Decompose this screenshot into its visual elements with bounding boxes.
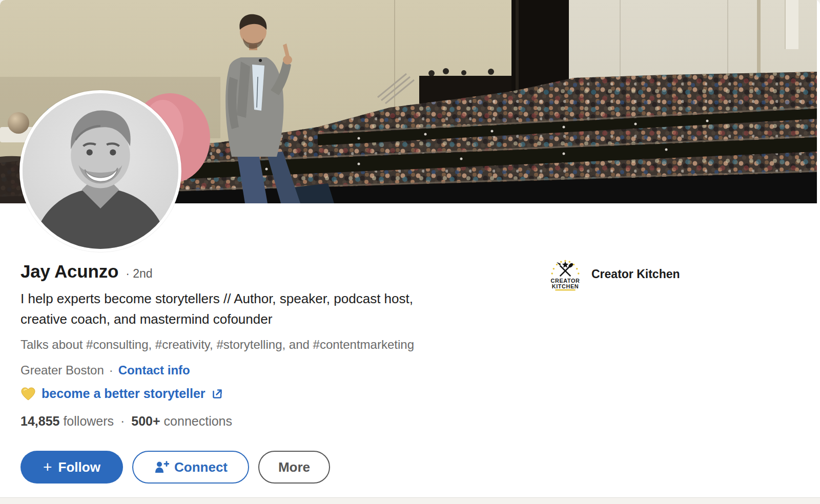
connect-button[interactable]: Connect	[132, 451, 249, 484]
more-button[interactable]: More	[258, 451, 330, 484]
separator-dot: ·	[109, 363, 113, 377]
followers-count: 14,855	[20, 414, 59, 428]
connections-link[interactable]: 500+ connections	[131, 414, 232, 428]
avatar-portrait	[23, 93, 178, 249]
external-link-icon	[211, 388, 223, 400]
plus-icon: +	[43, 459, 52, 475]
logo-text-line2: KITCHEN	[552, 283, 579, 289]
website-link-row[interactable]: become a better storyteller	[20, 386, 223, 401]
contact-info-link[interactable]: Contact info	[118, 363, 190, 377]
location-row: Greater Boston · Contact info	[20, 363, 190, 377]
follow-button-label: Follow	[58, 459, 100, 475]
connections-label: connections	[164, 414, 232, 428]
company-name: Creator Kitchen	[591, 267, 680, 281]
creator-kitchen-logo-icon: CREATOR KITCHEN	[548, 257, 582, 291]
logo-text-line1: CREATOR	[551, 278, 580, 284]
profile-name: Jay Acunzo	[20, 261, 118, 282]
more-button-label: More	[278, 459, 310, 475]
connect-button-label: Connect	[174, 459, 228, 475]
connection-degree-badge: · 2nd	[126, 267, 152, 281]
name-row: Jay Acunzo · 2nd	[20, 261, 153, 282]
talks-about: Talks about #consulting, #creativity, #s…	[20, 338, 414, 352]
followers-row: 14,855 followers · 500+ connections	[20, 414, 232, 429]
action-buttons: + Follow Connect More	[20, 451, 330, 484]
followers-label: followers	[63, 414, 114, 428]
profile-card: Jay Acunzo · 2nd CREATOR KITCHEN Creator…	[0, 0, 820, 497]
profile-headline: I help experts become storytellers // Au…	[20, 288, 413, 329]
person-add-icon	[154, 460, 169, 474]
location: Greater Boston	[20, 363, 104, 377]
company-affiliation[interactable]: CREATOR KITCHEN Creator Kitchen	[548, 257, 680, 291]
follow-button[interactable]: + Follow	[20, 451, 123, 484]
page-background-strip	[0, 497, 820, 504]
yellow-heart-icon	[20, 387, 36, 401]
connections-count: 500+	[131, 414, 160, 428]
avatar[interactable]	[19, 90, 181, 252]
separator-dot: ·	[120, 414, 125, 428]
website-link[interactable]: become a better storyteller	[42, 386, 206, 401]
